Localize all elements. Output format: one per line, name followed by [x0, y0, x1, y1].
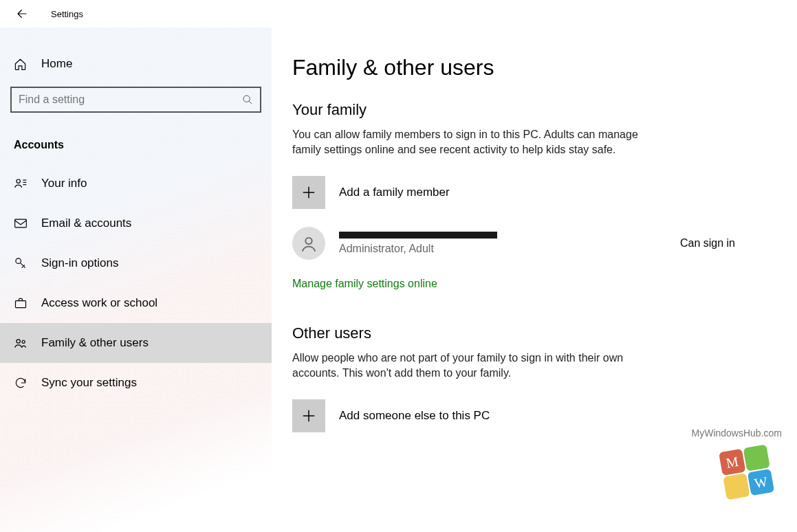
- manage-family-settings-link[interactable]: Manage family settings online: [292, 278, 437, 290]
- watermark-logo: M W: [716, 443, 778, 505]
- family-member-row[interactable]: Administrator, Adult Can sign in: [292, 227, 776, 260]
- svg-point-2: [17, 179, 20, 183]
- svg-rect-16: [719, 449, 745, 476]
- titlebar: Settings: [0, 0, 797, 27]
- sidebar-item-label: Family & other users: [41, 336, 149, 350]
- svg-line-1: [249, 101, 252, 104]
- other-users-heading: Other users: [292, 324, 776, 342]
- sync-icon: [14, 376, 28, 390]
- add-someone-else-button[interactable]: Add someone else to this PC: [292, 399, 776, 432]
- plus-tile: [292, 399, 325, 432]
- person-icon: [299, 234, 318, 253]
- your-family-description: You can allow family members to sign in …: [292, 127, 664, 158]
- sidebar-item-your-info[interactable]: Your info: [0, 164, 272, 203]
- add-family-member-button[interactable]: Add a family member: [292, 176, 776, 209]
- add-someone-else-label: Add someone else to this PC: [339, 409, 490, 423]
- other-users-description: Allow people who are not part of your fa…: [292, 351, 664, 381]
- briefcase-icon: [14, 296, 28, 310]
- app-title: Settings: [51, 9, 83, 19]
- sidebar-item-access-work-school[interactable]: Access work or school: [0, 283, 272, 323]
- sidebar-home[interactable]: Home: [0, 48, 272, 80]
- svg-rect-8: [16, 301, 26, 308]
- svg-rect-17: [743, 444, 770, 471]
- arrow-left-icon: [16, 8, 28, 20]
- svg-text:M: M: [725, 454, 740, 471]
- search-icon: [242, 94, 253, 105]
- sidebar-item-label: Your info: [41, 177, 87, 190]
- email-icon: [14, 217, 28, 230]
- svg-point-10: [22, 340, 25, 343]
- sidebar-item-sign-in-options[interactable]: Sign-in options: [0, 243, 272, 283]
- back-button[interactable]: [14, 5, 30, 22]
- main-content: Family & other users Your family You can…: [272, 27, 797, 532]
- sidebar-item-sync-settings[interactable]: Sync your settings: [0, 363, 272, 403]
- member-name-redacted: [339, 232, 497, 239]
- person-badge-icon: [14, 177, 28, 190]
- svg-rect-18: [723, 473, 750, 500]
- plus-icon: [301, 408, 316, 423]
- add-family-member-label: Add a family member: [339, 186, 450, 199]
- svg-rect-19: [747, 469, 774, 496]
- svg-point-9: [17, 340, 20, 343]
- home-icon: [14, 58, 28, 71]
- plus-tile: [292, 176, 325, 209]
- member-role: Administrator, Adult: [339, 243, 666, 255]
- sidebar-item-email-accounts[interactable]: Email & accounts: [0, 203, 272, 243]
- plus-icon: [301, 185, 316, 200]
- people-icon: [14, 336, 28, 350]
- search-input[interactable]: [10, 87, 261, 113]
- svg-point-13: [305, 238, 312, 244]
- svg-text:W: W: [753, 474, 769, 491]
- key-icon: [14, 256, 28, 270]
- avatar: [292, 227, 325, 260]
- member-status: Can sign in: [680, 237, 735, 250]
- sidebar-item-label: Sync your settings: [41, 376, 137, 390]
- sidebar-item-label: Sign-in options: [41, 256, 118, 270]
- sidebar-section-header: Accounts: [0, 126, 272, 164]
- sidebar-item-label: Email & accounts: [41, 217, 131, 230]
- svg-point-0: [243, 96, 250, 102]
- sidebar-item-label: Access work or school: [41, 296, 157, 310]
- search-field[interactable]: [19, 93, 242, 106]
- sidebar: Home Accounts Your info: [0, 27, 272, 532]
- sidebar-item-family-other-users[interactable]: Family & other users: [0, 323, 272, 363]
- your-family-heading: Your family: [292, 101, 776, 119]
- settings-window: Settings Home Accounts: [0, 0, 797, 532]
- page-title: Family & other users: [292, 55, 776, 80]
- svg-rect-6: [15, 219, 27, 228]
- sidebar-home-label: Home: [41, 57, 72, 71]
